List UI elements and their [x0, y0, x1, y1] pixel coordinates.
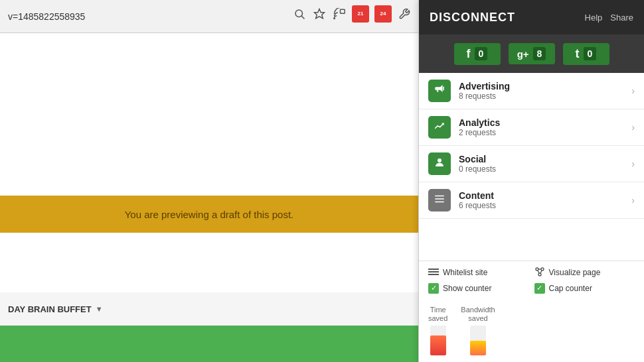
svg-point-3 — [334, 18, 335, 19]
advertising-subtitle: 8 requests — [459, 91, 623, 101]
share-link[interactable]: Share — [610, 13, 633, 23]
bottom-controls: Whitelist site Visualize page ✓ Show c — [419, 261, 644, 302]
advertising-menu-item[interactable]: Advertising 8 requests › — [419, 73, 644, 109]
analytics-chevron-icon: › — [631, 122, 635, 133]
social-subtitle: 0 requests — [459, 164, 623, 174]
svg-rect-4 — [341, 9, 345, 13]
content-chevron-icon: › — [631, 195, 635, 206]
browser-icon-row: 21 24 — [292, 5, 412, 23]
disconnect-panel: DISCONNECT Help Share f 0 g+ 8 t 0 — [418, 0, 644, 362]
chart-icon — [434, 120, 445, 135]
social-icon — [428, 152, 451, 175]
bandwidth-saved-label: Bandwidthsaved — [461, 306, 495, 323]
cap-counter-checkbox[interactable]: ✓ — [534, 283, 545, 294]
facebook-count: 0 — [475, 47, 488, 60]
calendar-24-icon[interactable]: 24 — [374, 5, 392, 23]
social-chevron-icon: › — [631, 158, 635, 169]
twitter-icon: t — [576, 47, 580, 61]
facebook-icon: f — [467, 47, 471, 61]
svg-point-13 — [541, 268, 544, 271]
page-white-area — [0, 33, 418, 192]
time-saved-label: Timesaved — [428, 306, 447, 323]
visualize-control[interactable]: Visualize page — [534, 267, 635, 279]
bandwidth-saved-stat: Bandwidthsaved — [461, 306, 495, 355]
search-icon[interactable] — [292, 7, 307, 21]
url-text: v=1485822558935 — [8, 11, 85, 22]
wrench-icon[interactable] — [397, 7, 412, 21]
analytics-text: Analytics 2 requests — [459, 117, 623, 137]
footer-blog-title: DAY BRAIN BUFFET — [8, 304, 92, 314]
cap-counter-control[interactable]: ✓ Cap counter — [534, 283, 635, 294]
checkmark-icon: ✓ — [431, 284, 437, 292]
disconnect-title: DISCONNECT — [430, 11, 577, 25]
checkbox-row: ✓ Show counter ✓ Cap counter — [428, 283, 635, 294]
content-subtitle: 6 requests — [459, 201, 623, 210]
menu-list: Advertising 8 requests › Analytics 2 req… — [419, 73, 644, 261]
time-saved-bar-container — [430, 326, 446, 355]
analytics-menu-item[interactable]: Analytics 2 requests › — [419, 109, 644, 146]
url-bar: v=1485822558935 21 — [0, 0, 418, 33]
visualize-label: Visualize page — [549, 268, 601, 277]
svg-point-0 — [295, 10, 303, 17]
bandwidth-saved-bar-container — [470, 326, 486, 355]
googleplus-count: 8 — [533, 47, 546, 60]
advertising-icon — [428, 80, 451, 102]
content-icon — [428, 189, 451, 211]
facebook-button[interactable]: f 0 — [454, 43, 501, 65]
footer-bar: DAY BRAIN BUFFET ▼ — [0, 292, 418, 326]
advertising-title: Advertising — [459, 81, 623, 91]
googleplus-button[interactable]: g+ 8 — [509, 43, 555, 64]
googleplus-icon: g+ — [517, 48, 529, 60]
content-menu-item[interactable]: Content 6 requests › — [419, 182, 644, 219]
svg-line-1 — [301, 16, 304, 19]
help-link[interactable]: Help — [585, 13, 603, 23]
svg-point-12 — [536, 268, 538, 271]
chevron-down-icon: ▼ — [96, 305, 103, 313]
browser-background: v=1485822558935 21 — [0, 0, 418, 362]
social-menu-item[interactable]: Social 0 requests › — [419, 146, 644, 182]
draft-banner: You are previewing a draft of this post. — [0, 196, 418, 233]
analytics-subtitle: 2 requests — [459, 128, 623, 137]
draft-banner-text: You are previewing a draft of this post. — [125, 209, 294, 220]
visualize-icon — [534, 267, 545, 279]
svg-marker-2 — [315, 9, 325, 19]
control-row-1: Whitelist site Visualize page — [428, 267, 635, 279]
advertising-text: Advertising 8 requests — [459, 81, 623, 101]
advertising-chevron-icon: › — [631, 86, 635, 96]
twitter-button[interactable]: t 0 — [563, 43, 609, 65]
svg-line-17 — [540, 270, 542, 273]
svg-line-16 — [538, 270, 539, 273]
show-counter-checkbox[interactable]: ✓ — [428, 283, 439, 294]
svg-point-14 — [538, 273, 541, 276]
content-text: Content 6 requests — [459, 190, 623, 210]
green-bottom-bar — [0, 326, 418, 362]
social-title: Social — [459, 154, 623, 164]
person-icon — [434, 156, 445, 171]
svg-point-5 — [438, 158, 442, 162]
analytics-icon — [428, 116, 451, 139]
cast-icon[interactable] — [332, 7, 347, 21]
show-counter-label: Show counter — [443, 284, 491, 293]
checkmark-icon-2: ✓ — [536, 284, 542, 292]
star-icon[interactable] — [312, 7, 327, 21]
time-saved-bar — [430, 335, 446, 355]
hamburger-icon — [428, 267, 439, 278]
calendar-21-icon[interactable]: 21 — [352, 5, 369, 23]
social-buttons-row: f 0 g+ 8 t 0 — [419, 34, 644, 73]
bandwidth-saved-bar — [470, 341, 486, 355]
megaphone-icon — [434, 84, 445, 98]
list-icon — [434, 193, 445, 208]
analytics-title: Analytics — [459, 117, 623, 128]
whitelist-label: Whitelist site — [443, 268, 487, 277]
twitter-count: 0 — [584, 47, 597, 60]
page-white-area-2 — [0, 233, 418, 292]
stats-area: Timesaved Bandwidthsaved — [419, 302, 644, 362]
show-counter-control[interactable]: ✓ Show counter — [428, 283, 529, 294]
whitelist-control[interactable]: Whitelist site — [428, 267, 529, 278]
cap-counter-label: Cap counter — [549, 284, 592, 293]
disconnect-header: DISCONNECT Help Share — [419, 0, 644, 34]
content-title: Content — [459, 190, 623, 201]
time-saved-stat: Timesaved — [428, 306, 447, 355]
social-text: Social 0 requests — [459, 154, 623, 174]
